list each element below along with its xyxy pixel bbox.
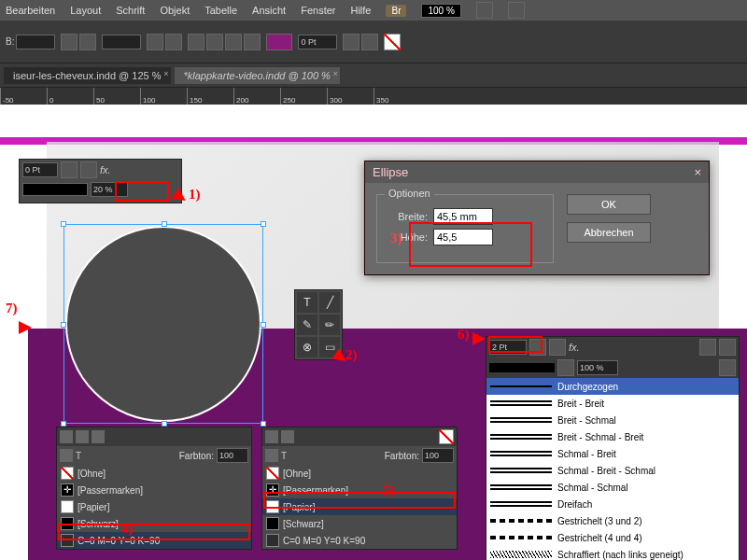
fill-stroke-icon[interactable] bbox=[60, 449, 73, 462]
panel-icon[interactable] bbox=[265, 430, 278, 443]
width-label: Breite: bbox=[388, 211, 428, 222]
bridge-badge[interactable]: Br bbox=[386, 5, 406, 17]
canvas-area[interactable]: 0 Pt fx. 20 % T ╱ ✎ ✏ ⊗ ▭ Ellipse × Opti… bbox=[0, 105, 747, 560]
swatch-registration[interactable]: [Passermarken] bbox=[57, 482, 251, 498]
panel-icon[interactable] bbox=[281, 430, 294, 443]
align-icon-2[interactable] bbox=[165, 34, 182, 50]
align-icon[interactable] bbox=[719, 339, 736, 356]
swatch-registration[interactable]: [Passermarken] bbox=[262, 482, 457, 498]
swatch-black[interactable]: [Schwarz] bbox=[57, 515, 251, 532]
cap-icon[interactable] bbox=[557, 359, 574, 376]
menu-tabelle[interactable]: Tabelle bbox=[204, 5, 237, 16]
stroke-field[interactable] bbox=[102, 35, 141, 49]
fill-stroke-icon[interactable] bbox=[265, 449, 278, 462]
menu-hilfe[interactable]: Hilfe bbox=[350, 5, 371, 16]
swatch-paper[interactable]: [Papier] bbox=[262, 498, 457, 515]
stroke-type[interactable]: Breit - Breit bbox=[486, 395, 739, 412]
flip-h-icon[interactable] bbox=[61, 34, 78, 50]
flip-v-icon[interactable] bbox=[79, 34, 96, 50]
close-icon[interactable]: × bbox=[163, 69, 168, 78]
swatch-cmyk90[interactable]: C=0 M=0 Y=0 K=90 bbox=[57, 532, 251, 549]
none-icon[interactable] bbox=[439, 429, 454, 444]
resize-handle[interactable] bbox=[261, 322, 266, 328]
stroke-type[interactable]: Dreifach bbox=[486, 496, 739, 512]
swatch-black[interactable]: [Schwarz] bbox=[262, 515, 457, 532]
stroke-type[interactable]: Schmal - Breit bbox=[486, 445, 739, 462]
stroke-type[interactable]: Schmal - Breit - Schmal bbox=[486, 462, 739, 479]
panel-icon[interactable] bbox=[60, 430, 73, 443]
tab-doc-2[interactable]: *klappkarte-video.indd @ 100 %× bbox=[175, 67, 340, 84]
stroke-type[interactable]: Breit - Schmal - Breit bbox=[486, 428, 739, 445]
ok-button[interactable]: OK bbox=[567, 194, 651, 215]
view-mode-icon[interactable] bbox=[476, 2, 493, 19]
ellipse-tool-icon[interactable]: ⊗ bbox=[297, 337, 317, 357]
pencil-tool-icon[interactable]: ✏ bbox=[319, 315, 340, 335]
swatch-none[interactable]: [Ohne] bbox=[262, 465, 457, 482]
fill-swatch[interactable] bbox=[266, 34, 292, 50]
text-wrap-icon-2[interactable] bbox=[206, 34, 223, 50]
text-wrap-icon-3[interactable] bbox=[225, 34, 242, 50]
tab-doc-1[interactable]: iseur-les-cheveux.indd @ 125 %× bbox=[4, 67, 171, 84]
width-input[interactable] bbox=[433, 208, 493, 225]
tint-label: Farbton: bbox=[385, 451, 419, 461]
stroke-type[interactable]: Gestrichelt (3 und 2) bbox=[486, 512, 739, 529]
resize-handle[interactable] bbox=[61, 322, 66, 328]
stroke-weight-field[interactable]: 0 Pt bbox=[22, 162, 58, 177]
panel-icon[interactable] bbox=[92, 430, 105, 443]
stroke-preview[interactable] bbox=[22, 183, 88, 196]
line-tool-icon[interactable]: ╱ bbox=[319, 292, 340, 313]
text-wrap-icon-4[interactable] bbox=[244, 34, 261, 50]
menu-schrift[interactable]: Schrift bbox=[116, 5, 145, 16]
corner-icon[interactable] bbox=[361, 34, 378, 50]
tint-field[interactable]: 100 bbox=[422, 448, 454, 463]
stroke-preview-icon bbox=[490, 400, 552, 406]
none-swatch-icon[interactable] bbox=[384, 34, 401, 50]
fx-label: fx. bbox=[569, 342, 580, 353]
stroke-type[interactable]: Schraffiert (nach links geneigt) bbox=[486, 546, 739, 560]
menu-layout[interactable]: Layout bbox=[70, 5, 101, 16]
swatch-paper[interactable]: [Papier] bbox=[57, 498, 251, 515]
menu-objekt[interactable]: Objekt bbox=[160, 5, 190, 16]
zoom-dropdown[interactable]: 100 % bbox=[421, 4, 460, 18]
horizontal-ruler: -50 0 50 100 150 200 250 300 350 bbox=[0, 88, 747, 105]
opacity-field[interactable]: 20 % bbox=[91, 182, 128, 197]
opacity-field[interactable]: 100 % bbox=[577, 360, 618, 375]
stroke-type-list: Durchgezogen Breit - Breit Breit - Schma… bbox=[486, 378, 739, 560]
arrange-icon[interactable] bbox=[508, 2, 525, 19]
tint-field[interactable]: 100 bbox=[217, 448, 248, 463]
effects-icon[interactable] bbox=[549, 339, 566, 356]
corner-icon[interactable] bbox=[529, 339, 546, 356]
stroke-type[interactable]: Schmal - Schmal bbox=[486, 479, 739, 496]
width-field[interactable] bbox=[16, 35, 55, 49]
resize-handle[interactable] bbox=[61, 221, 66, 227]
stroke-weight-field[interactable]: 2 Pt bbox=[489, 340, 527, 355]
stroke-type-solid[interactable]: Durchgezogen bbox=[486, 378, 739, 395]
stroke-type[interactable]: Breit - Schmal bbox=[486, 412, 739, 428]
height-input[interactable] bbox=[433, 229, 493, 245]
close-icon[interactable]: × bbox=[694, 165, 701, 179]
align-icon[interactable] bbox=[147, 34, 163, 50]
text-wrap-icon[interactable] bbox=[188, 34, 204, 50]
cmyk-icon bbox=[61, 534, 74, 547]
resize-handle[interactable] bbox=[162, 221, 167, 227]
fx-icon[interactable] bbox=[343, 34, 359, 50]
dialog-titlebar[interactable]: Ellipse × bbox=[365, 161, 709, 183]
menu-bearbeiten[interactable]: Bearbeiten bbox=[6, 5, 55, 16]
type-tool-icon[interactable]: T bbox=[297, 292, 317, 313]
corner-icon[interactable] bbox=[61, 161, 78, 178]
pen-tool-icon[interactable]: ✎ bbox=[297, 315, 317, 335]
panel-icon[interactable] bbox=[76, 430, 89, 443]
swatch-none[interactable]: [Ohne] bbox=[57, 465, 251, 482]
grid-icon[interactable] bbox=[719, 359, 736, 376]
stroke-type[interactable]: Gestrichelt (4 und 4) bbox=[486, 529, 739, 546]
effects-icon[interactable] bbox=[80, 161, 97, 178]
close-icon[interactable]: × bbox=[333, 69, 338, 78]
pt-field[interactable]: 0 Pt bbox=[298, 35, 337, 49]
align-icon[interactable] bbox=[699, 339, 716, 356]
swatch-cmyk90[interactable]: C=0 M=0 Y=0 K=90 bbox=[262, 532, 457, 549]
resize-handle[interactable] bbox=[261, 221, 266, 227]
menu-fenster[interactable]: Fenster bbox=[301, 5, 335, 16]
stroke-preview[interactable] bbox=[489, 363, 555, 372]
cancel-button[interactable]: Abbrechen bbox=[567, 222, 651, 243]
menu-ansicht[interactable]: Ansicht bbox=[252, 5, 286, 16]
